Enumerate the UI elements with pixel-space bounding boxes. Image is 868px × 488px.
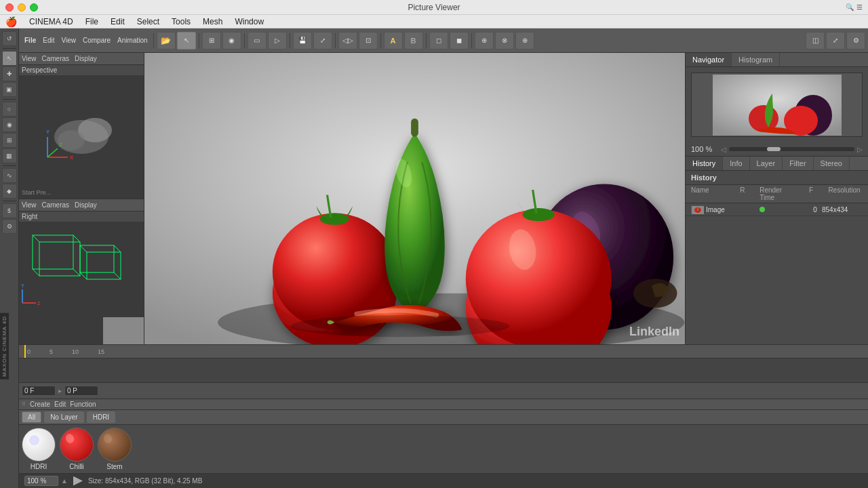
tb-channels[interactable]: ◻ [429,32,448,49]
tb-a[interactable]: A [384,32,403,49]
tb-panel[interactable]: ◫ [806,32,825,49]
materials-edit-menu[interactable]: Edit [54,401,66,408]
hdri-sphere [22,428,56,462]
menu-icon[interactable]: ☰ [856,3,863,11]
pv-file-menu[interactable]: File [22,37,39,44]
tool-settings[interactable]: ⚙ [2,219,17,234]
menu-cinema4d[interactable]: CINEMA 4D [24,16,79,28]
picture-viewer[interactable]: LinkedIn [144,53,685,344]
apple-menu[interactable]: 🍎 [5,16,17,27]
svg-rect-15 [80,245,114,272]
tab-navigator[interactable]: Navigator [686,53,732,66]
play-button[interactable] [73,476,83,486]
frame-end-input[interactable] [64,386,98,396]
zoom-thumb[interactable] [767,147,781,151]
view-tab-r[interactable]: View [22,201,37,209]
tb-save[interactable]: 💾 [293,32,312,49]
status-zoom: ▲ [24,476,68,486]
material-hdri[interactable]: HDRI [22,428,56,470]
pv-edit-menu[interactable]: Edit [40,37,57,44]
minimize-button[interactable] [18,3,26,12]
tb-maximize[interactable]: ⤢ [826,32,845,49]
cameras-tab[interactable]: Cameras [42,55,70,62]
perspective-viewport[interactable]: Y X Z Start Pre... [19,75,144,199]
pv-view-menu[interactable]: View [58,37,79,44]
tool-spline[interactable]: ∿ [2,168,17,183]
tb-render[interactable]: ▷ [268,32,287,49]
menu-tools[interactable]: Tools [166,16,196,28]
view-tab[interactable]: View [22,55,37,62]
tb-config[interactable]: ⚙ [846,32,865,49]
tb-misc2[interactable]: ⊗ [495,32,514,49]
search-icon[interactable]: 🔍 [846,3,854,11]
tab-histogram[interactable]: Histogram [732,53,780,66]
right-wireframe-viewport[interactable]: Y Z [19,222,144,345]
cameras-tab-r[interactable]: Cameras [42,201,70,209]
tb-target[interactable]: ◉ [222,32,241,49]
tool-material[interactable]: $ [2,203,17,218]
zoom-minus-icon[interactable]: ◁ [721,146,726,153]
tab-filter[interactable]: Filter [783,157,813,170]
zoom-track[interactable] [729,147,854,151]
tab-stereo[interactable]: Stereo [814,157,850,170]
tool-circle[interactable]: ○ [2,102,17,117]
pv-animation-menu[interactable]: Animation [115,37,150,44]
menu-edit[interactable]: Edit [105,16,130,28]
maximize-button[interactable] [30,3,38,12]
materials-function-menu[interactable]: Function [70,401,96,408]
tool-point[interactable]: ▦ [2,148,17,163]
col-time-header: Render Time [760,186,794,201]
material-stem[interactable]: Stem [98,428,132,470]
menu-file[interactable]: File [80,16,104,28]
display-tab[interactable]: Display [75,55,97,62]
tb-zoom-fit[interactable]: ⊡ [359,32,378,49]
menu-mesh[interactable]: Mesh [197,16,228,28]
tab-info[interactable]: Info [723,157,749,170]
svg-line-19 [80,272,87,279]
filter-all[interactable]: All [22,411,41,423]
tb-export[interactable]: ⤢ [313,32,332,49]
tool-select[interactable]: ↖ [2,51,17,66]
tb-grid[interactable]: ⊞ [202,32,221,49]
perspective-panel: View Cameras Display Perspective [19,53,144,199]
tb-misc1[interactable]: ⊕ [475,32,494,49]
frame-start-input[interactable] [22,386,56,396]
timeline-playhead [24,345,26,358]
pv-compare-menu[interactable]: Compare [80,37,113,44]
tab-history[interactable]: History [686,157,723,170]
menu-window[interactable]: Window [229,16,269,28]
tool-deform[interactable]: ◆ [2,184,17,199]
tb-alpha[interactable]: ◼ [450,32,469,49]
tb-open[interactable]: 📂 [157,32,176,49]
separator [290,33,290,48]
svg-point-37 [523,208,555,221]
tool-edge[interactable]: ⊞ [2,133,17,148]
left-viewports: View Cameras Display Perspective [19,53,144,344]
right-view-header: View Cameras Display [19,199,144,211]
close-button[interactable] [5,3,14,12]
tb-misc3[interactable]: ⊕ [515,32,534,49]
menu-select[interactable]: Select [132,16,165,28]
material-chilli[interactable]: Chilli [60,428,94,470]
right-panel: Navigator Histogram [685,53,868,344]
zoom-stepper-up[interactable]: ▲ [61,477,68,485]
tb-compare[interactable]: ◁▷ [338,32,357,49]
filter-hdri[interactable]: HDRI [87,411,115,423]
zoom-plus-icon[interactable]: ▷ [857,146,863,153]
tb-frame[interactable]: ▭ [248,32,267,49]
hdri-label: HDRI [31,463,47,470]
tb-cursor[interactable]: ↖ [177,32,196,49]
tool-scale[interactable]: ▣ [2,82,17,97]
display-tab-r[interactable]: Display [75,201,97,209]
tool-poly[interactable]: ◉ [2,117,17,132]
separator [153,33,154,48]
materials-create-menu[interactable]: Create [30,401,50,408]
tab-layer[interactable]: Layer [750,157,783,170]
zoom-input[interactable] [24,476,58,486]
timeline-content[interactable] [19,359,868,382]
tool-add[interactable]: ✚ [2,66,17,81]
filter-no-layer[interactable]: No Layer [44,411,84,423]
history-row-image[interactable]: Image 0 854x434 [686,203,868,216]
tb-b[interactable]: B [404,32,423,49]
tool-undo[interactable]: ↺ [2,31,17,46]
